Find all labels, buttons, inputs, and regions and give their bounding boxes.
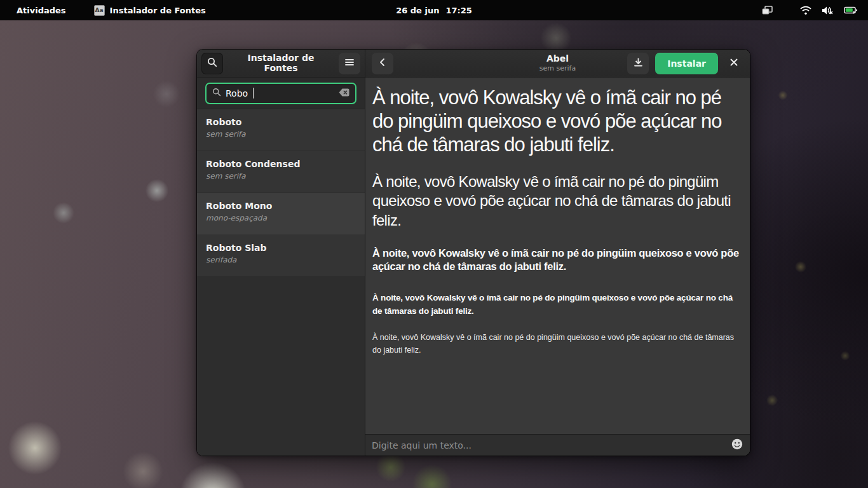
emoji-picker-button[interactable] bbox=[731, 438, 743, 452]
chevron-left-icon bbox=[378, 58, 387, 69]
font-row[interactable]: Roboto Condensed sem serifa bbox=[197, 151, 365, 193]
primary-menu-button[interactable] bbox=[339, 53, 360, 74]
font-style: mono-espaçada bbox=[206, 214, 365, 222]
download-icon bbox=[634, 57, 643, 69]
font-row[interactable]: Roboto Mono mono-espaçada bbox=[197, 193, 365, 235]
activities-button[interactable]: Atividades bbox=[14, 4, 69, 17]
volume-muted-icon[interactable] bbox=[822, 6, 834, 15]
clock-time: 17:25 bbox=[445, 6, 471, 15]
sidebar: Instalador de Fontes bbox=[197, 50, 365, 456]
gnome-top-bar: Atividades Aa Instalador de Fontes 26 de… bbox=[0, 0, 868, 20]
search-input[interactable]: Robo bbox=[205, 83, 356, 104]
back-button[interactable] bbox=[372, 53, 393, 74]
sample-paragraph-xl: À noite, vovô Kowalsky vê o ímã cair no … bbox=[372, 86, 742, 157]
system-status-area[interactable] bbox=[762, 0, 868, 20]
font-sample-area: À noite, vovô Kowalsky vê o ímã cair no … bbox=[365, 78, 750, 434]
custom-text-bar bbox=[365, 434, 750, 456]
font-style: sem serifa bbox=[206, 130, 365, 139]
font-subtitle: sem serifa bbox=[539, 64, 576, 72]
font-row[interactable]: Roboto Slab serifada bbox=[197, 235, 365, 277]
emoji-smiley-icon bbox=[731, 438, 743, 452]
custom-text-input[interactable] bbox=[372, 440, 726, 451]
focused-app-name: Instalador de Fontes bbox=[110, 6, 206, 15]
clear-backspace-icon[interactable] bbox=[339, 87, 349, 99]
focused-app-menu[interactable]: Aa Instalador de Fontes bbox=[94, 5, 206, 16]
close-icon bbox=[729, 58, 738, 69]
font-installer-window: Instalador de Fontes bbox=[197, 50, 750, 456]
font-name: Roboto bbox=[206, 117, 365, 127]
text-caret bbox=[253, 88, 254, 98]
font-name: Roboto Mono bbox=[206, 201, 365, 211]
clock-button[interactable]: 26 de jun 17:25 bbox=[396, 6, 472, 15]
search-bar: Robo bbox=[197, 78, 365, 109]
font-preview-pane: Abel sem serifa Instalar bbox=[365, 50, 750, 456]
close-window-button[interactable] bbox=[724, 54, 743, 73]
search-icon bbox=[212, 87, 221, 99]
font-row[interactable]: Roboto sem serifa bbox=[197, 109, 365, 151]
sample-paragraph-md: À noite, vovô Kowalsky vê o ímã cair no … bbox=[372, 247, 742, 274]
preview-headerbar: Abel sem serifa Instalar bbox=[365, 50, 750, 78]
search-icon bbox=[207, 57, 217, 69]
search-toggle-button[interactable] bbox=[201, 53, 223, 74]
font-style: serifada bbox=[206, 255, 365, 264]
font-name: Roboto Condensed bbox=[206, 159, 365, 169]
sidebar-title: Instalador de Fontes bbox=[239, 53, 323, 73]
search-input-value: Robo bbox=[226, 88, 248, 98]
font-results-list: Roboto sem serifa Roboto Condensed sem s… bbox=[197, 109, 365, 456]
install-button[interactable]: Instalar bbox=[655, 53, 718, 74]
sample-paragraph-xs: À noite, vovô Kowalsky vê o ímã cair no … bbox=[372, 331, 742, 357]
sample-paragraph-sm: À noite, vovô Kowalsky vê o ímã cair no … bbox=[372, 292, 742, 318]
battery-charging-icon[interactable] bbox=[844, 6, 858, 15]
font-title: Abel bbox=[539, 54, 576, 64]
window-switcher-icon[interactable] bbox=[762, 5, 773, 15]
clock-date: 26 de jun bbox=[396, 6, 439, 15]
sample-paragraph-lg: À noite, vovô Kowalsky vê o ímã cair no … bbox=[372, 172, 742, 230]
font-installer-app-icon: Aa bbox=[94, 5, 105, 16]
download-button[interactable] bbox=[627, 53, 649, 74]
wifi-icon[interactable] bbox=[800, 6, 811, 15]
hamburger-menu-icon bbox=[344, 58, 355, 69]
sidebar-headerbar: Instalador de Fontes bbox=[197, 50, 365, 78]
font-style: sem serifa bbox=[206, 172, 365, 180]
font-name: Roboto Slab bbox=[206, 243, 365, 253]
